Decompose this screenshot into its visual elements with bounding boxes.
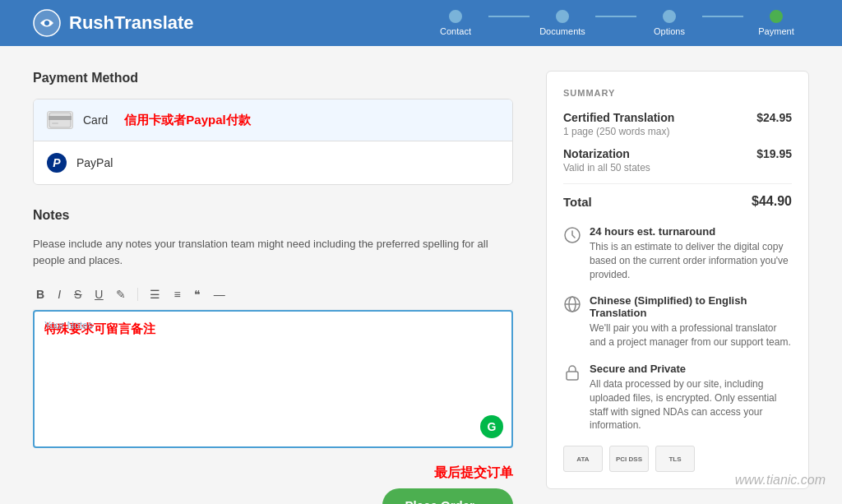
info-desc-secure: All data processed by our site, includin… — [590, 377, 792, 432]
step-payment: Payment — [743, 10, 809, 36]
payment-section-title: Payment Method — [33, 71, 513, 86]
step-dot-documents — [556, 10, 569, 23]
step-connector-3 — [702, 16, 743, 17]
place-order-button[interactable]: Place Order → — [382, 488, 513, 504]
step-dot-payment — [770, 10, 783, 23]
paypal-label: PayPal — [76, 156, 113, 169]
summary-item-2-price: $19.95 — [756, 147, 792, 160]
step-options: Options — [636, 10, 702, 36]
svg-rect-4 — [52, 123, 58, 124]
info-item-language: Chinese (Simplified) to English Translat… — [563, 294, 792, 349]
summary-total-label: Total — [563, 195, 592, 209]
summary-item-1-info: Certified Translation 1 page (250 words … — [563, 111, 674, 137]
editor-toolbar: B I S U ✎ ☰ ≡ ❝ — — [33, 280, 513, 310]
info-content-secure: Secure and Private All data processed by… — [590, 363, 792, 432]
paypal-icon: P — [47, 153, 67, 173]
step-contact: Contact — [423, 10, 488, 36]
badges-row: ATA PCI DSS TLS — [563, 446, 792, 472]
summary-header: SUMMARY — [563, 88, 792, 98]
steps-nav: Contact Documents Options Payment — [423, 10, 809, 36]
summary-total-row: Total $44.90 — [563, 194, 792, 209]
info-content-language: Chinese (Simplified) to English Translat… — [590, 294, 792, 349]
step-dot-contact — [449, 10, 462, 23]
underline-button[interactable]: U — [91, 286, 106, 303]
submit-chinese-label: 最后提交订单 — [434, 465, 513, 482]
summary-card: SUMMARY Certified Translation 1 page (25… — [546, 71, 809, 489]
step-documents: Documents — [530, 10, 595, 36]
payment-options-group: Card 信用卡或者Paypal付款 P PayPal — [33, 99, 513, 185]
svg-point-1 — [44, 21, 49, 25]
left-panel: Payment Method Card 信用卡或者Paypal付款 P PayP… — [33, 71, 546, 504]
logo-icon — [33, 9, 61, 37]
notes-chinese-text: 特殊要求可留言备注 — [44, 321, 155, 335]
notes-section-title: Notes — [33, 208, 513, 223]
highlight-button[interactable]: ✎ — [113, 286, 129, 303]
language-icon — [563, 295, 581, 313]
summary-row-1: Certified Translation 1 page (250 words … — [563, 111, 792, 137]
summary-item-1-desc: 1 page (250 words max) — [563, 126, 674, 137]
card-chinese-label: 信用卡或者Paypal付款 — [124, 113, 250, 128]
app-header: RushTranslate Contact Documents Options … — [0, 0, 842, 46]
info-title-language: Chinese (Simplified) to English Translat… — [590, 294, 792, 319]
svg-rect-3 — [49, 116, 72, 120]
step-connector-2 — [595, 16, 636, 17]
info-item-secure: Secure and Private All data processed by… — [563, 363, 792, 432]
info-item-turnaround: 24 hours est. turnaround This is an esti… — [563, 225, 792, 281]
clock-icon — [563, 226, 581, 244]
grammarly-icon: G — [480, 415, 503, 438]
right-panel: SUMMARY Certified Translation 1 page (25… — [546, 71, 809, 504]
logo-text: RushTranslate — [69, 12, 194, 34]
italic-button[interactable]: I — [54, 286, 64, 303]
logo: RushTranslate — [33, 9, 194, 37]
lock-icon — [563, 363, 581, 381]
info-content-turnaround: 24 hours est. turnaround This is an esti… — [590, 225, 792, 281]
step-label-payment: Payment — [758, 26, 793, 36]
bold-button[interactable]: B — [33, 286, 48, 303]
summary-divider — [563, 183, 792, 184]
summary-item-2-info: Notarization Valid in all 50 states — [563, 147, 650, 173]
badge-ata: ATA — [563, 446, 603, 472]
main-content: Payment Method Card 信用卡或者Paypal付款 P PayP… — [0, 46, 842, 504]
step-dot-options — [663, 10, 676, 23]
step-label-contact: Contact — [440, 26, 471, 36]
payment-option-paypal[interactable]: P PayPal — [34, 141, 512, 184]
strikethrough-button[interactable]: S — [71, 286, 85, 303]
notes-editor-container: Your Notes 特殊要求可留言备注 G — [33, 310, 513, 448]
step-connector-1 — [488, 16, 530, 17]
ordered-list-button[interactable]: ≡ — [170, 286, 183, 303]
step-label-documents: Documents — [539, 26, 585, 36]
separator-button[interactable]: — — [210, 286, 229, 303]
card-icon — [47, 111, 73, 129]
summary-total-price: $44.90 — [752, 194, 792, 209]
info-desc-turnaround: This is an estimate to deliver the digit… — [590, 240, 792, 281]
payment-option-card[interactable]: Card 信用卡或者Paypal付款 — [34, 99, 512, 141]
summary-item-2-name: Notarization — [563, 147, 650, 160]
badge-pci: PCI DSS — [609, 446, 649, 472]
summary-item-1-price: $24.95 — [756, 111, 792, 124]
summary-item-1-name: Certified Translation — [563, 111, 674, 124]
info-desc-language: We'll pair you with a professional trans… — [590, 321, 792, 349]
blockquote-button[interactable]: ❝ — [191, 286, 204, 303]
info-title-secure: Secure and Private — [590, 363, 792, 375]
summary-item-2-desc: Valid in all 50 states — [563, 162, 650, 173]
bullet-list-button[interactable]: ☰ — [146, 286, 164, 303]
summary-row-2: Notarization Valid in all 50 states $19.… — [563, 147, 792, 173]
svg-rect-9 — [567, 372, 578, 380]
step-label-options: Options — [654, 26, 685, 36]
card-label: Card — [83, 113, 108, 127]
notes-description: Please include any notes your translatio… — [33, 236, 513, 268]
place-order-section: 最后提交订单 Place Order → — [33, 465, 513, 504]
info-title-turnaround: 24 hours est. turnaround — [590, 225, 792, 238]
badge-tls: TLS — [655, 446, 695, 472]
toolbar-separator-1 — [137, 288, 138, 301]
notes-editor[interactable]: 特殊要求可留言备注 — [44, 321, 502, 437]
